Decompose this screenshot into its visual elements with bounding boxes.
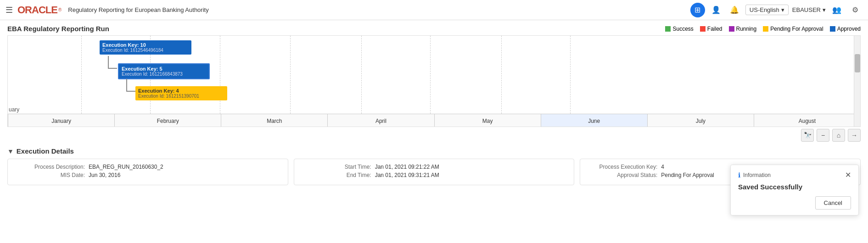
exec-key-10-line2: Execution Id: 1612546496184	[102, 48, 189, 53]
exec-box-5[interactable]: Execution Key: 5 Execution Id: 161216684…	[118, 63, 210, 79]
exec-box-4[interactable]: Execution Key: 4 Execution Id: 161215139…	[135, 86, 227, 100]
notif-label: Information	[743, 172, 771, 178]
exec-card-1-row-1: Process Description: EBA_REG_RUN_2016063…	[15, 164, 280, 170]
success-dot	[665, 26, 671, 32]
exec-key-4-line1: Execution Key: 4	[138, 88, 224, 94]
legend-running-label: Running	[736, 26, 757, 32]
legend-failed: Failed	[700, 26, 722, 32]
gantt-inner: Execution Key: 10 Execution Id: 16125464…	[8, 36, 860, 127]
connector-10-5	[108, 56, 109, 68]
legend-success-label: Success	[672, 26, 693, 32]
controls-row: 🔭 − ⌂ →	[0, 127, 868, 144]
partial-month-label: uary	[9, 106, 19, 113]
cancel-button[interactable]: Cancel	[815, 196, 851, 210]
gantt-vertical-scrollbar[interactable]	[854, 36, 860, 127]
exec-details-header: ▼ Execution Details	[7, 147, 861, 155]
app-title: Regulatory Reporting for European Bankin…	[68, 6, 208, 13]
notif-title-row: ℹ Information	[738, 171, 771, 179]
exec-key-10-line1: Execution Key: 10	[102, 42, 189, 48]
exec-card-1: Process Description: EBA_REG_RUN_2016063…	[7, 159, 288, 185]
header: ☰ ORACLE® Regulatory Reporting for Europ…	[0, 0, 868, 20]
user-label: EBAUSER	[792, 6, 821, 13]
approved-dot	[830, 26, 835, 32]
month-april: April	[328, 114, 434, 127]
vline-8	[570, 36, 571, 114]
notification-popup: ℹ Information ✕ Saved Successfully Cance…	[730, 165, 859, 215]
legend-approved: Approved	[830, 26, 861, 32]
end-time-value: Jan 01, 2021 09:31:21 AM	[375, 172, 439, 178]
home-icon-btn[interactable]: ⊞	[690, 3, 705, 17]
people-icon-btn[interactable]: 👥	[829, 3, 844, 17]
lang-dropdown[interactable]: US-English ▾	[745, 5, 789, 15]
proc-exec-key-value: 4	[661, 164, 664, 170]
zoom-out-btn[interactable]: −	[817, 129, 829, 142]
month-february: February	[115, 114, 221, 127]
approval-status-value: Pending For Approval	[661, 172, 714, 178]
exec-key-5-line2: Execution Id: 1612166843873	[122, 72, 206, 77]
month-july: July	[648, 114, 754, 127]
exec-key-5-line1: Execution Key: 5	[122, 66, 206, 72]
user-icon-btn[interactable]: 👤	[709, 3, 723, 17]
exec-card-2: Start Time: Jan 01, 2021 09:21:22 AM End…	[294, 159, 575, 185]
legend-approved-label: Approved	[837, 26, 861, 32]
month-june: June	[541, 114, 648, 127]
notification-icon-btn[interactable]: 🔔	[727, 3, 742, 17]
month-march: March	[221, 114, 328, 127]
vline-1	[81, 36, 82, 114]
section-header: EBA Regulatory Reporting Run Success Fai…	[0, 20, 868, 35]
vline-7	[501, 36, 502, 114]
proc-exec-key-label: Process Execution Key:	[588, 164, 661, 170]
user-dropdown[interactable]: EBAUSER ▾	[792, 6, 826, 13]
start-time-label: Start Time:	[302, 164, 375, 170]
exec-box-10[interactable]: Execution Key: 10 Execution Id: 16125464…	[100, 40, 191, 55]
legend-failed-label: Failed	[707, 26, 722, 32]
notif-message: Saved Successfully	[738, 183, 851, 191]
notif-info-icon: ℹ	[738, 171, 740, 179]
exec-key-4-line2: Execution Id: 1612151390701	[138, 94, 224, 99]
legend-pending: Pending For Approval	[763, 26, 823, 32]
connector-10-5-h	[108, 68, 117, 69]
oracle-logo: ORACLE®	[17, 4, 62, 16]
hamburger-icon[interactable]: ☰	[6, 5, 13, 15]
fit-btn[interactable]: ⌂	[832, 129, 845, 142]
header-right: ⊞ 👤 🔔 US-English ▾ EBAUSER ▾ 👥 ⚙	[690, 3, 862, 17]
notif-actions: Cancel	[738, 196, 851, 210]
month-august: August	[754, 114, 860, 127]
legend: Success Failed Running Pending For Appro…	[665, 26, 861, 32]
notif-close-button[interactable]: ✕	[845, 171, 851, 179]
start-time-value: Jan 01, 2021 09:21:22 AM	[375, 164, 439, 170]
exec-details-chevron-icon[interactable]: ▼	[7, 148, 14, 155]
gantt-scroll-area[interactable]: Execution Key: 10 Execution Id: 16125464…	[8, 36, 860, 127]
lang-chevron-icon: ▾	[781, 6, 784, 13]
mis-date-label: MIS Date:	[15, 172, 89, 178]
gantt-chart[interactable]: Execution Key: 10 Execution Id: 16125464…	[7, 35, 861, 127]
legend-pending-label: Pending For Approval	[770, 26, 823, 32]
connector-5-4-h	[126, 91, 135, 92]
gantt-months: January February March April May June Ju…	[8, 114, 860, 127]
running-dot	[729, 26, 734, 32]
exec-card-2-row-1: Start Time: Jan 01, 2021 09:21:22 AM	[302, 164, 567, 170]
oracle-tm: ®	[58, 7, 62, 12]
exec-card-1-row-2: MIS Date: Jun 30, 2016	[15, 172, 280, 178]
approval-status-label: Approval Status:	[588, 172, 661, 178]
binoculars-btn[interactable]: 🔭	[801, 129, 814, 142]
pending-dot	[763, 26, 768, 32]
process-desc-label: Process Description:	[15, 164, 89, 170]
settings-icon-btn[interactable]: ⚙	[848, 3, 862, 17]
exec-details-title: Execution Details	[17, 147, 74, 155]
oracle-text: ORACLE	[17, 4, 57, 16]
vline-5	[361, 36, 362, 114]
header-left: ☰ ORACLE® Regulatory Reporting for Europ…	[6, 4, 690, 16]
lang-label: US-English	[750, 6, 779, 13]
exec-card-2-row-2: End Time: Jan 01, 2021 09:31:21 AM	[302, 172, 567, 178]
mis-date-value: Jun 30, 2016	[89, 172, 120, 178]
vline-6	[430, 36, 431, 114]
zoom-in-btn[interactable]: →	[848, 129, 861, 142]
notif-header: ℹ Information ✕	[738, 171, 851, 179]
failed-dot	[700, 26, 706, 32]
process-desc-value: EBA_REG_RUN_20160630_2	[89, 164, 163, 170]
legend-success: Success	[665, 26, 693, 32]
gantt-scrollbar-thumb[interactable]	[855, 54, 860, 72]
connector-5-4	[126, 79, 127, 91]
end-time-label: End Time:	[302, 172, 375, 178]
